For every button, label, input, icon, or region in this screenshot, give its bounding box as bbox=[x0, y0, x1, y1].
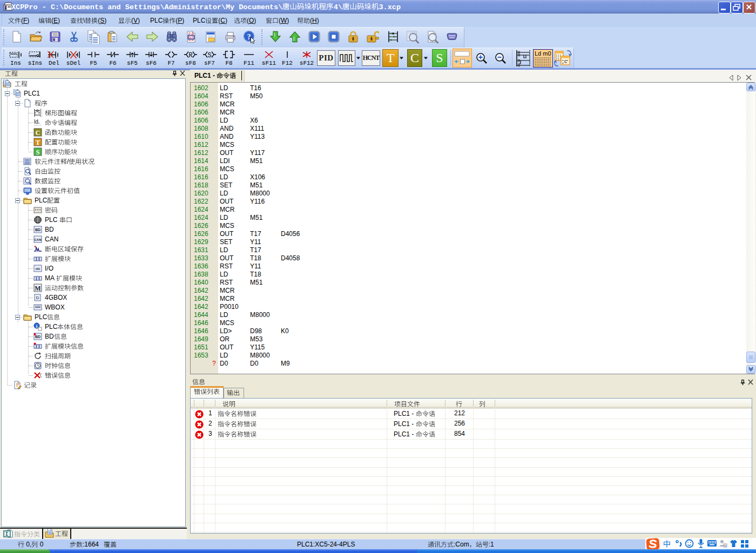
svg-text:BD: BD bbox=[35, 335, 40, 339]
svg-text:C: C bbox=[36, 129, 40, 137]
svg-text:CAN: CAN bbox=[35, 238, 42, 241]
svg-text:***: *** bbox=[35, 208, 42, 213]
svg-text:T: T bbox=[36, 139, 40, 146]
svg-text:M: M bbox=[35, 285, 40, 292]
svg-text:u: u bbox=[724, 544, 726, 547]
svg-text:S: S bbox=[207, 52, 211, 59]
svg-text:?: ? bbox=[247, 33, 251, 41]
svg-text:R: R bbox=[188, 52, 192, 59]
svg-text:I/O: I/O bbox=[36, 267, 40, 271]
svg-text:ld: ld bbox=[34, 119, 38, 125]
svg-text:D: D bbox=[36, 295, 39, 300]
svg-text:BD: BD bbox=[35, 228, 40, 232]
svg-text:S: S bbox=[36, 149, 40, 156]
